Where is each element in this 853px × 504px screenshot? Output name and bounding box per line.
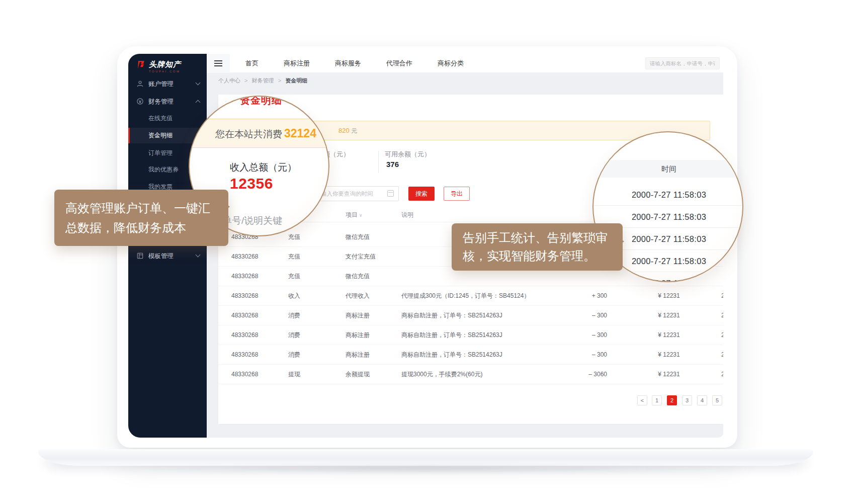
table-row: 48330268 消费 商标注册 商标自助注册，订单号：SB2514263J –… (218, 306, 723, 325)
breadcrumb-item[interactable]: 个人中心 (218, 77, 240, 83)
lens-tab-fragment: 资金明细 (240, 96, 282, 107)
nav-links: 首页 商标注册 商标服务 代理合作 商标分类 (233, 54, 476, 73)
nav-item-agency[interactable]: 代理合作 (374, 59, 425, 68)
hamburger-icon (214, 60, 222, 66)
sidebar-subitem-recharge[interactable]: 在线充值 (128, 111, 207, 126)
sidebar-item-finance[interactable]: 财务管理 (128, 94, 207, 110)
trademark-search-input[interactable] (645, 57, 720, 69)
nav-item-home[interactable]: 首页 (233, 59, 271, 68)
stats-divider (378, 151, 379, 173)
sidebar-item-label: 财务管理 (148, 94, 174, 110)
sidebar-item-label: 账户管理 (148, 76, 174, 92)
breadcrumb-current: 资金明细 (285, 77, 307, 83)
date-query-input[interactable] (315, 186, 399, 201)
page-background: 头牌知产 TOUPAI.COM 账户管理 财务管理 (0, 0, 853, 504)
brand-logo-icon (136, 60, 146, 70)
table-row: 48330268 消费 商标注册 商标自助注册，订单号：SB2514263J –… (218, 325, 723, 345)
callout-right: 告别手工统计、告别繁琐审核，实现智能财务管理。 (452, 223, 623, 271)
pagination-prev[interactable]: < (637, 395, 647, 405)
brand-name: 头牌知产 (149, 59, 181, 69)
table-row: 48330268 提现 余额提现 提现3000元，手续费2%(60元) – 30… (218, 365, 723, 384)
available-balance-value: 376 (386, 160, 399, 169)
chevron-down-icon (196, 80, 201, 86)
calendar-icon[interactable] (387, 190, 394, 197)
template-icon (136, 252, 144, 260)
pagination-page-5[interactable]: 5 (712, 395, 722, 405)
nav-item-trademark-register[interactable]: 商标注册 (271, 59, 322, 68)
callout-left: 高效管理账户订单、一键汇总数据，降低财务成本 (54, 190, 228, 246)
chevron-down-icon (196, 253, 201, 258)
pagination-page-3[interactable]: 3 (682, 395, 692, 405)
nav-item-trademark-service[interactable]: 商标服务 (322, 59, 374, 68)
pagination-page-1[interactable]: 1 (652, 395, 662, 405)
nav-item-trademark-class[interactable]: 商标分类 (425, 59, 476, 68)
pagination-page-2-active[interactable]: 2 (667, 395, 677, 405)
available-balance-label: 可用余额（元） (385, 150, 431, 159)
lens-consumption-banner: 您在本站共消费32124元 (189, 119, 329, 148)
breadcrumb: 个人中心 > 财务管理 > 资金明细 (207, 73, 723, 89)
header-desc: 说明 (401, 207, 567, 222)
sidebar-item-account[interactable]: 账户管理 (128, 76, 207, 92)
table-row: 48330268 收入 代理收入 代理提成300元（ID:1245，订单号：SB… (218, 286, 723, 306)
header-item[interactable]: 项目∨ (346, 207, 363, 223)
top-navbar: 首页 商标注册 商标服务 代理合作 商标分类 (207, 54, 723, 73)
chevron-up-icon (196, 100, 201, 105)
lens-income-label: 收入总额（元） (230, 161, 297, 174)
export-button[interactable]: 导出 (444, 187, 470, 201)
lens-time-header: 时间 (593, 160, 743, 178)
consumption-amount-tail: 820 元 (338, 121, 357, 140)
pagination: < 1 2 3 4 5 (218, 395, 723, 406)
menu-toggle[interactable] (207, 54, 230, 73)
brand-logo: 头牌知产 TOUPAI.COM (136, 59, 181, 73)
sidebar-item-label: 模板管理 (148, 248, 174, 264)
sidebar-item-templates[interactable]: 模板管理 (128, 248, 207, 264)
finance-icon (136, 98, 144, 105)
lens-time-row: 2000-7-27 11:58:03 (593, 184, 743, 206)
sort-caret-icon: ∨ (359, 213, 363, 218)
lens-income-value: 12356 (230, 175, 273, 192)
brand-subtitle: TOUPAI.COM (149, 70, 181, 73)
table-row: 48330268 消费 商标注册 商标自助注册，订单号：SB2514263J –… (218, 345, 723, 365)
breadcrumb-item[interactable]: 财务管理 (252, 77, 274, 83)
search-button[interactable]: 搜索 (408, 187, 435, 201)
laptop-base (38, 449, 813, 466)
user-icon (136, 80, 144, 88)
pagination-page-4[interactable]: 4 (697, 395, 707, 405)
